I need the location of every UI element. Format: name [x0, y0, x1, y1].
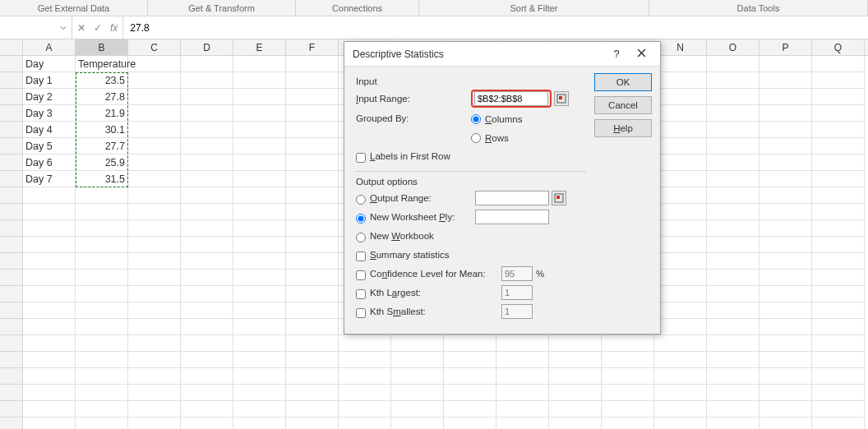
- row-header[interactable]: [0, 204, 23, 220]
- cell[interactable]: [391, 352, 444, 368]
- cell[interactable]: [181, 187, 233, 204]
- cell[interactable]: [812, 155, 865, 171]
- cell[interactable]: [286, 368, 339, 385]
- checkbox-confidence[interactable]: [356, 270, 366, 280]
- cell[interactable]: [812, 253, 865, 270]
- cell[interactable]: [760, 220, 812, 237]
- cell[interactable]: [760, 204, 812, 220]
- cell[interactable]: Day 6: [23, 155, 76, 171]
- cell[interactable]: [654, 56, 707, 72]
- cell[interactable]: [760, 385, 812, 401]
- checkbox-kth-largest[interactable]: [356, 289, 366, 299]
- cell[interactable]: Day 1: [23, 72, 76, 89]
- cell[interactable]: [181, 237, 233, 253]
- cell[interactable]: [339, 352, 391, 368]
- cell[interactable]: [812, 220, 865, 237]
- cell[interactable]: [760, 237, 812, 253]
- cell[interactable]: [181, 302, 233, 319]
- cell[interactable]: [233, 270, 286, 286]
- cell[interactable]: [181, 171, 233, 187]
- cell[interactable]: [760, 155, 812, 171]
- cell[interactable]: [602, 385, 654, 401]
- cell[interactable]: [76, 401, 128, 417]
- cell[interactable]: [654, 138, 707, 155]
- cell[interactable]: 21.9: [76, 105, 128, 122]
- cell[interactable]: [23, 220, 76, 237]
- cell[interactable]: [76, 220, 128, 237]
- cell[interactable]: [23, 237, 76, 253]
- cell[interactable]: [707, 385, 760, 401]
- cell[interactable]: [286, 401, 339, 417]
- cell[interactable]: [654, 105, 707, 122]
- cell[interactable]: [23, 319, 76, 335]
- row-header[interactable]: [0, 401, 23, 417]
- cell[interactable]: [654, 220, 707, 237]
- cell[interactable]: [76, 286, 128, 302]
- cell[interactable]: [286, 56, 339, 72]
- cell[interactable]: [233, 401, 286, 417]
- cell[interactable]: [654, 302, 707, 319]
- cell[interactable]: [23, 335, 76, 352]
- row-header[interactable]: [0, 220, 23, 237]
- row-header[interactable]: [0, 319, 23, 335]
- cell[interactable]: 31.5: [76, 171, 128, 187]
- cell[interactable]: [128, 105, 181, 122]
- cell[interactable]: [233, 105, 286, 122]
- cell[interactable]: [654, 204, 707, 220]
- cell[interactable]: [549, 335, 602, 352]
- cell[interactable]: [128, 171, 181, 187]
- cell[interactable]: [812, 204, 865, 220]
- cell[interactable]: [23, 385, 76, 401]
- cell[interactable]: [286, 105, 339, 122]
- cell[interactable]: [76, 385, 128, 401]
- cell[interactable]: [76, 204, 128, 220]
- cell[interactable]: [76, 368, 128, 385]
- formula-cancel-icon[interactable]: ✕: [77, 22, 85, 34]
- cell[interactable]: [760, 368, 812, 385]
- row-header[interactable]: [0, 368, 23, 385]
- cell[interactable]: [707, 204, 760, 220]
- kth-smallest-row[interactable]: Kth Smallest:: [356, 303, 586, 320]
- cell[interactable]: [760, 122, 812, 138]
- cell[interactable]: [128, 138, 181, 155]
- grouped-by-columns[interactable]: Columns: [471, 113, 522, 124]
- cell[interactable]: [76, 187, 128, 204]
- cell[interactable]: [602, 368, 654, 385]
- help-button[interactable]: Help: [594, 119, 652, 137]
- cell[interactable]: [339, 401, 391, 417]
- col-header-O[interactable]: O: [707, 39, 760, 55]
- cell[interactable]: [391, 335, 444, 352]
- cell[interactable]: [181, 270, 233, 286]
- confidence-field[interactable]: [501, 266, 533, 281]
- row-header[interactable]: [0, 270, 23, 286]
- cell[interactable]: [181, 204, 233, 220]
- cell[interactable]: [707, 105, 760, 122]
- cell[interactable]: [549, 417, 602, 429]
- cell[interactable]: [286, 138, 339, 155]
- col-header-N[interactable]: N: [654, 39, 707, 55]
- cell[interactable]: [181, 220, 233, 237]
- cell[interactable]: [286, 253, 339, 270]
- cell[interactable]: [812, 417, 865, 429]
- cell[interactable]: [707, 171, 760, 187]
- cell[interactable]: [760, 352, 812, 368]
- cell[interactable]: [760, 72, 812, 89]
- cell[interactable]: [286, 171, 339, 187]
- cell[interactable]: [233, 138, 286, 155]
- cell[interactable]: [812, 270, 865, 286]
- cell[interactable]: [233, 56, 286, 72]
- cell[interactable]: [444, 368, 496, 385]
- cell[interactable]: [812, 319, 865, 335]
- cell[interactable]: [128, 335, 181, 352]
- cell[interactable]: [128, 319, 181, 335]
- cell[interactable]: [128, 72, 181, 89]
- cell[interactable]: [707, 237, 760, 253]
- cell[interactable]: [181, 401, 233, 417]
- cell[interactable]: [496, 368, 549, 385]
- cell[interactable]: [812, 385, 865, 401]
- cell[interactable]: [286, 286, 339, 302]
- cell[interactable]: [233, 155, 286, 171]
- cell[interactable]: [602, 352, 654, 368]
- cell[interactable]: [760, 270, 812, 286]
- cell[interactable]: [812, 56, 865, 72]
